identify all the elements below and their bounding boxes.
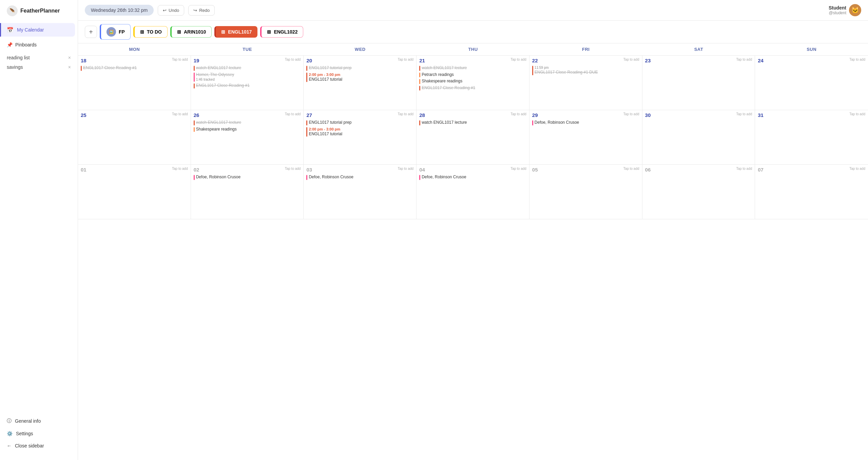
calendar-event[interactable]: Defoe, Robinson Crusoe bbox=[532, 120, 639, 125]
tap-to-add[interactable]: Tap to add bbox=[398, 112, 413, 116]
calendar-event[interactable]: watch ENGL1017 lecture bbox=[194, 120, 301, 125]
calendar-event[interactable]: ENGL1017 tutorial prep bbox=[306, 120, 413, 125]
calendar-day-1-4[interactable]: 29Tap to addDefoe, Robinson Crusoe bbox=[529, 110, 642, 164]
day-number: 26 bbox=[194, 112, 199, 118]
fp-avatar: 🖼️ bbox=[107, 27, 116, 37]
close-icon[interactable]: × bbox=[68, 55, 71, 60]
tap-to-add[interactable]: Tap to add bbox=[623, 58, 639, 61]
calendar-day-1-3[interactable]: 28Tap to addwatch ENGL1017 lecture bbox=[417, 110, 529, 164]
calendar-day-2-1[interactable]: 02Tap to addDefoe, Robinson Crusoe bbox=[191, 165, 304, 219]
calendar-event[interactable]: Petrarch readings bbox=[419, 72, 526, 78]
pinboard-item-reading-list[interactable]: reading list × bbox=[0, 53, 78, 62]
calendar-day-2-4[interactable]: 05Tap to add bbox=[529, 165, 642, 219]
calendar-event[interactable]: ENGL1017 tutorial prep bbox=[306, 65, 413, 71]
day-header: 18Tap to add bbox=[81, 58, 188, 63]
calendar-event[interactable]: 2:00 pm - 3:00 pmENGL1017 tutorial bbox=[306, 127, 413, 137]
event-text: ENGL1017 tutorial bbox=[309, 132, 342, 137]
calendar-day-2-5[interactable]: 06Tap to add bbox=[642, 165, 755, 219]
arin-label: ARIN1010 bbox=[184, 29, 206, 35]
calendar-day-0-4[interactable]: 22Tap to add11:59 pmENGL1017 Close Readi… bbox=[529, 56, 642, 110]
calendar-day-0-1[interactable]: 19Tap to addwatch ENGL1017 lectureHomer,… bbox=[191, 56, 304, 110]
calendar-day-1-2[interactable]: 27Tap to addENGL1017 tutorial prep2:00 p… bbox=[304, 110, 417, 164]
tap-to-add[interactable]: Tap to add bbox=[849, 112, 865, 116]
event-content: ENGL1017 tutorial prep bbox=[309, 120, 351, 125]
tap-to-add[interactable]: Tap to add bbox=[510, 58, 526, 61]
calendar-event[interactable]: watch ENGL1017 lecture bbox=[419, 120, 526, 125]
calendar-engl1022[interactable]: ⊞ ENGL1022 bbox=[260, 26, 303, 38]
tap-to-add[interactable]: Tap to add bbox=[849, 167, 865, 171]
tap-to-add[interactable]: Tap to add bbox=[285, 58, 301, 61]
calendar-day-0-6[interactable]: 24Tap to add bbox=[755, 56, 868, 110]
calendar-fp[interactable]: 🖼️ FP bbox=[100, 24, 131, 40]
calendar-engl1017[interactable]: ⊞ ENGL1017 bbox=[214, 26, 257, 38]
info-icon: ⓘ bbox=[7, 418, 12, 424]
calendar-toolbar: + 🖼️ FP ⊞ TO DO ⊞ ARIN1010 ⊞ ENGL1017 ⊞ … bbox=[78, 21, 868, 43]
tap-to-add[interactable]: Tap to add bbox=[398, 58, 413, 61]
calendar-day-1-0[interactable]: 25Tap to add bbox=[78, 110, 191, 164]
event-content: Defoe, Robinson Crusoe bbox=[309, 175, 353, 180]
calendar-arin1010[interactable]: ⊞ ARIN1010 bbox=[170, 26, 212, 38]
add-calendar-button[interactable]: + bbox=[85, 26, 97, 38]
sidebar: 🪶 FeatherPlanner 📅 My Calendar 📌 Pinboar… bbox=[0, 0, 78, 460]
close-icon[interactable]: × bbox=[68, 64, 71, 70]
calendar-event[interactable]: watch ENGL1017 lecture bbox=[419, 65, 526, 71]
tap-to-add[interactable]: Tap to add bbox=[172, 58, 188, 61]
calendar-event[interactable]: Defoe, Robinson Crusoe bbox=[419, 175, 526, 180]
tap-to-add[interactable]: Tap to add bbox=[285, 167, 301, 171]
calendar-day-1-6[interactable]: 31Tap to add bbox=[755, 110, 868, 164]
calendar-event[interactable]: watch ENGL1017 lecture bbox=[194, 65, 301, 71]
day-number: 07 bbox=[758, 167, 764, 173]
calendar-day-0-3[interactable]: 21Tap to addwatch ENGL1017 lecturePetrar… bbox=[417, 56, 529, 110]
calendar-event[interactable]: Defoe, Robinson Crusoe bbox=[194, 175, 301, 180]
tap-to-add[interactable]: Tap to add bbox=[736, 112, 752, 116]
sidebar-item-my-calendar[interactable]: 📅 My Calendar bbox=[0, 23, 75, 37]
calendar-day-2-6[interactable]: 07Tap to add bbox=[755, 165, 868, 219]
calendar-day-2-0[interactable]: 01Tap to add bbox=[78, 165, 191, 219]
calendar-day-0-0[interactable]: 18Tap to addENGL1017 Close Reading #1 bbox=[78, 56, 191, 110]
todo-label: TO DO bbox=[147, 29, 162, 35]
calendar-event[interactable]: ENGL1017 Close Reading #1 bbox=[194, 83, 301, 88]
event-text: watch ENGL1017 lecture bbox=[196, 65, 241, 71]
calendar-day-0-2[interactable]: 20Tap to addENGL1017 tutorial prep2:00 p… bbox=[304, 56, 417, 110]
tap-to-add[interactable]: Tap to add bbox=[736, 58, 752, 61]
calendar-event[interactable]: Shakespeare readings bbox=[419, 79, 526, 84]
tap-to-add[interactable]: Tap to add bbox=[172, 167, 188, 171]
sidebar-item-close-sidebar[interactable]: ← Close sidebar bbox=[0, 440, 78, 452]
undo-button[interactable]: ↩ Undo bbox=[158, 5, 184, 16]
tap-to-add[interactable]: Tap to add bbox=[623, 112, 639, 116]
close-sidebar-label: Close sidebar bbox=[15, 443, 44, 448]
event-content: Shakespeare readings bbox=[422, 79, 462, 84]
tap-to-add[interactable]: Tap to add bbox=[849, 58, 865, 61]
sidebar-item-general-info[interactable]: ⓘ General info bbox=[0, 415, 78, 427]
calendar-day-1-5[interactable]: 30Tap to add bbox=[642, 110, 755, 164]
day-header: 25Tap to add bbox=[81, 112, 188, 118]
calendar-event[interactable]: 11:59 pmENGL1017 Close Reading #1 DUE bbox=[532, 65, 639, 75]
redo-button[interactable]: ↪ Redo bbox=[188, 5, 215, 16]
calendar-event[interactable]: Homer, The Odyssey1:46 tracked bbox=[194, 72, 301, 82]
calendar-event[interactable]: 2:00 pm - 3:00 pmENGL1017 tutorial bbox=[306, 72, 413, 82]
day-header: 21Tap to add bbox=[419, 58, 526, 63]
tap-to-add[interactable]: Tap to add bbox=[285, 112, 301, 116]
sidebar-pinboards-section: 📌 Pinboards bbox=[0, 37, 78, 53]
calendar-event[interactable]: Shakespeare readings bbox=[194, 127, 301, 132]
header-wed: WED bbox=[304, 43, 417, 55]
topbar: Wednesday 26th 10:32 pm ↩ Undo ↪ Redo St… bbox=[78, 0, 868, 21]
tap-to-add[interactable]: Tap to add bbox=[736, 167, 752, 171]
tap-to-add[interactable]: Tap to add bbox=[172, 112, 188, 116]
sidebar-item-settings[interactable]: ⚙️ Settings bbox=[0, 427, 78, 440]
tap-to-add[interactable]: Tap to add bbox=[510, 112, 526, 116]
calendar-event[interactable]: ENGL1017 Close Reading #1 bbox=[81, 65, 188, 71]
tap-to-add[interactable]: Tap to add bbox=[398, 167, 413, 171]
calendar-todo[interactable]: ⊞ TO DO bbox=[133, 26, 168, 38]
day-number: 27 bbox=[306, 112, 312, 118]
day-number: 24 bbox=[758, 58, 764, 63]
calendar-event[interactable]: ENGL1017 Close Reading #1 bbox=[419, 85, 526, 91]
tap-to-add[interactable]: Tap to add bbox=[623, 167, 639, 171]
calendar-day-1-1[interactable]: 26Tap to addwatch ENGL1017 lectureShakes… bbox=[191, 110, 304, 164]
calendar-day-2-2[interactable]: 03Tap to addDefoe, Robinson Crusoe bbox=[304, 165, 417, 219]
calendar-day-0-5[interactable]: 23Tap to add bbox=[642, 56, 755, 110]
tap-to-add[interactable]: Tap to add bbox=[510, 167, 526, 171]
pinboard-item-savings[interactable]: savings × bbox=[0, 62, 78, 72]
calendar-event[interactable]: Defoe, Robinson Crusoe bbox=[306, 175, 413, 180]
calendar-day-2-3[interactable]: 04Tap to addDefoe, Robinson Crusoe bbox=[417, 165, 529, 219]
